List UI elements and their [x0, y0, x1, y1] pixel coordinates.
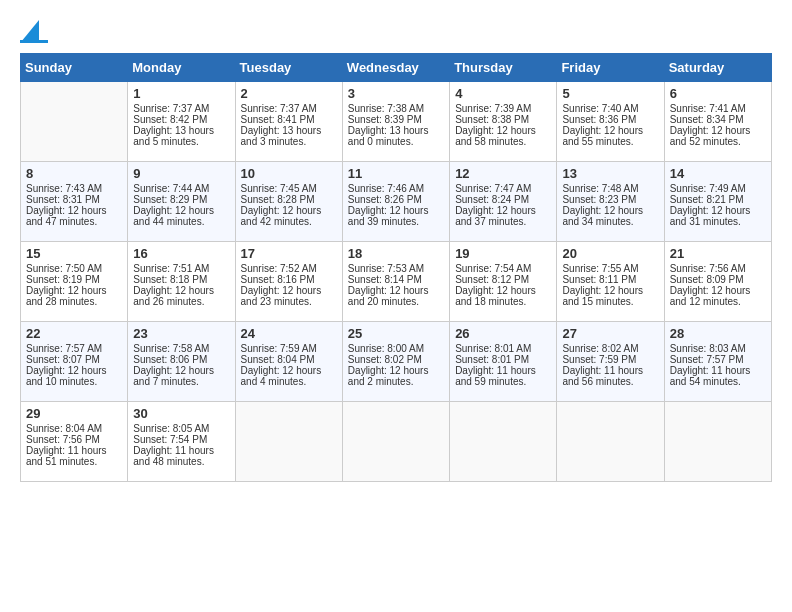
sunrise-text: Sunrise: 7:43 AM [26, 183, 122, 194]
calendar-day-cell: 24Sunrise: 7:59 AMSunset: 8:04 PMDayligh… [235, 322, 342, 402]
day-number: 5 [562, 86, 658, 101]
calendar-day-cell: 15Sunrise: 7:50 AMSunset: 8:19 PMDayligh… [21, 242, 128, 322]
daylight-text: Daylight: 12 hours and 15 minutes. [562, 285, 658, 307]
calendar-day-cell: 21Sunrise: 7:56 AMSunset: 8:09 PMDayligh… [664, 242, 771, 322]
day-number: 2 [241, 86, 337, 101]
sunset-text: Sunset: 8:14 PM [348, 274, 444, 285]
sunrise-text: Sunrise: 7:38 AM [348, 103, 444, 114]
daylight-text: Daylight: 12 hours and 58 minutes. [455, 125, 551, 147]
daylight-text: Daylight: 12 hours and 34 minutes. [562, 205, 658, 227]
day-number: 11 [348, 166, 444, 181]
sunset-text: Sunset: 8:39 PM [348, 114, 444, 125]
calendar-day-cell: 8Sunrise: 7:43 AMSunset: 8:31 PMDaylight… [21, 162, 128, 242]
sunset-text: Sunset: 7:54 PM [133, 434, 229, 445]
calendar-empty-cell [664, 402, 771, 482]
calendar-day-cell: 23Sunrise: 7:58 AMSunset: 8:06 PMDayligh… [128, 322, 235, 402]
daylight-text: Daylight: 12 hours and 12 minutes. [670, 285, 766, 307]
day-number: 30 [133, 406, 229, 421]
column-header-sunday: Sunday [21, 54, 128, 82]
daylight-text: Daylight: 11 hours and 48 minutes. [133, 445, 229, 467]
sunset-text: Sunset: 8:42 PM [133, 114, 229, 125]
sunrise-text: Sunrise: 7:49 AM [670, 183, 766, 194]
day-number: 28 [670, 326, 766, 341]
calendar-day-cell: 12Sunrise: 7:47 AMSunset: 8:24 PMDayligh… [450, 162, 557, 242]
sunset-text: Sunset: 8:41 PM [241, 114, 337, 125]
day-number: 1 [133, 86, 229, 101]
column-header-wednesday: Wednesday [342, 54, 449, 82]
day-number: 14 [670, 166, 766, 181]
calendar-day-cell: 25Sunrise: 8:00 AMSunset: 8:02 PMDayligh… [342, 322, 449, 402]
calendar-week-row: 22Sunrise: 7:57 AMSunset: 8:07 PMDayligh… [21, 322, 772, 402]
svg-marker-0 [21, 20, 39, 42]
calendar-day-cell: 28Sunrise: 8:03 AMSunset: 7:57 PMDayligh… [664, 322, 771, 402]
calendar-day-cell: 17Sunrise: 7:52 AMSunset: 8:16 PMDayligh… [235, 242, 342, 322]
sunrise-text: Sunrise: 7:44 AM [133, 183, 229, 194]
calendar-empty-cell [557, 402, 664, 482]
sunrise-text: Sunrise: 7:41 AM [670, 103, 766, 114]
logo [20, 20, 50, 43]
day-number: 27 [562, 326, 658, 341]
sunset-text: Sunset: 8:38 PM [455, 114, 551, 125]
sunset-text: Sunset: 8:19 PM [26, 274, 122, 285]
sunset-text: Sunset: 8:16 PM [241, 274, 337, 285]
daylight-text: Daylight: 12 hours and 52 minutes. [670, 125, 766, 147]
column-header-tuesday: Tuesday [235, 54, 342, 82]
daylight-text: Daylight: 11 hours and 59 minutes. [455, 365, 551, 387]
calendar-day-cell: 1Sunrise: 7:37 AMSunset: 8:42 PMDaylight… [128, 82, 235, 162]
daylight-text: Daylight: 11 hours and 56 minutes. [562, 365, 658, 387]
daylight-text: Daylight: 12 hours and 47 minutes. [26, 205, 122, 227]
sunrise-text: Sunrise: 7:39 AM [455, 103, 551, 114]
day-number: 3 [348, 86, 444, 101]
calendar-empty-cell [342, 402, 449, 482]
calendar-day-cell: 30Sunrise: 8:05 AMSunset: 7:54 PMDayligh… [128, 402, 235, 482]
daylight-text: Daylight: 12 hours and 44 minutes. [133, 205, 229, 227]
sunset-text: Sunset: 8:09 PM [670, 274, 766, 285]
day-number: 6 [670, 86, 766, 101]
calendar-day-cell: 2Sunrise: 7:37 AMSunset: 8:41 PMDaylight… [235, 82, 342, 162]
calendar-day-cell: 6Sunrise: 7:41 AMSunset: 8:34 PMDaylight… [664, 82, 771, 162]
day-number: 10 [241, 166, 337, 181]
day-number: 18 [348, 246, 444, 261]
daylight-text: Daylight: 13 hours and 3 minutes. [241, 125, 337, 147]
calendar-day-cell: 26Sunrise: 8:01 AMSunset: 8:01 PMDayligh… [450, 322, 557, 402]
column-header-saturday: Saturday [664, 54, 771, 82]
sunrise-text: Sunrise: 8:00 AM [348, 343, 444, 354]
sunset-text: Sunset: 8:02 PM [348, 354, 444, 365]
day-number: 22 [26, 326, 122, 341]
sunset-text: Sunset: 8:29 PM [133, 194, 229, 205]
sunset-text: Sunset: 8:11 PM [562, 274, 658, 285]
sunrise-text: Sunrise: 7:52 AM [241, 263, 337, 274]
daylight-text: Daylight: 13 hours and 0 minutes. [348, 125, 444, 147]
sunrise-text: Sunrise: 8:02 AM [562, 343, 658, 354]
page-header [20, 20, 772, 43]
sunrise-text: Sunrise: 7:59 AM [241, 343, 337, 354]
sunrise-text: Sunrise: 7:37 AM [241, 103, 337, 114]
sunrise-text: Sunrise: 7:51 AM [133, 263, 229, 274]
daylight-text: Daylight: 12 hours and 26 minutes. [133, 285, 229, 307]
sunset-text: Sunset: 8:06 PM [133, 354, 229, 365]
daylight-text: Daylight: 12 hours and 10 minutes. [26, 365, 122, 387]
sunrise-text: Sunrise: 8:05 AM [133, 423, 229, 434]
sunset-text: Sunset: 8:28 PM [241, 194, 337, 205]
day-number: 13 [562, 166, 658, 181]
day-number: 15 [26, 246, 122, 261]
day-number: 20 [562, 246, 658, 261]
calendar-week-row: 29Sunrise: 8:04 AMSunset: 7:56 PMDayligh… [21, 402, 772, 482]
day-number: 29 [26, 406, 122, 421]
sunrise-text: Sunrise: 7:40 AM [562, 103, 658, 114]
calendar-day-cell: 11Sunrise: 7:46 AMSunset: 8:26 PMDayligh… [342, 162, 449, 242]
column-header-thursday: Thursday [450, 54, 557, 82]
daylight-text: Daylight: 12 hours and 2 minutes. [348, 365, 444, 387]
daylight-text: Daylight: 12 hours and 4 minutes. [241, 365, 337, 387]
calendar-week-row: 1Sunrise: 7:37 AMSunset: 8:42 PMDaylight… [21, 82, 772, 162]
calendar-day-cell: 16Sunrise: 7:51 AMSunset: 8:18 PMDayligh… [128, 242, 235, 322]
sunset-text: Sunset: 7:57 PM [670, 354, 766, 365]
calendar-day-cell: 29Sunrise: 8:04 AMSunset: 7:56 PMDayligh… [21, 402, 128, 482]
logo-text [20, 20, 50, 43]
sunset-text: Sunset: 8:31 PM [26, 194, 122, 205]
day-number: 12 [455, 166, 551, 181]
sunset-text: Sunset: 8:04 PM [241, 354, 337, 365]
daylight-text: Daylight: 11 hours and 51 minutes. [26, 445, 122, 467]
calendar-empty-cell [235, 402, 342, 482]
day-number: 21 [670, 246, 766, 261]
